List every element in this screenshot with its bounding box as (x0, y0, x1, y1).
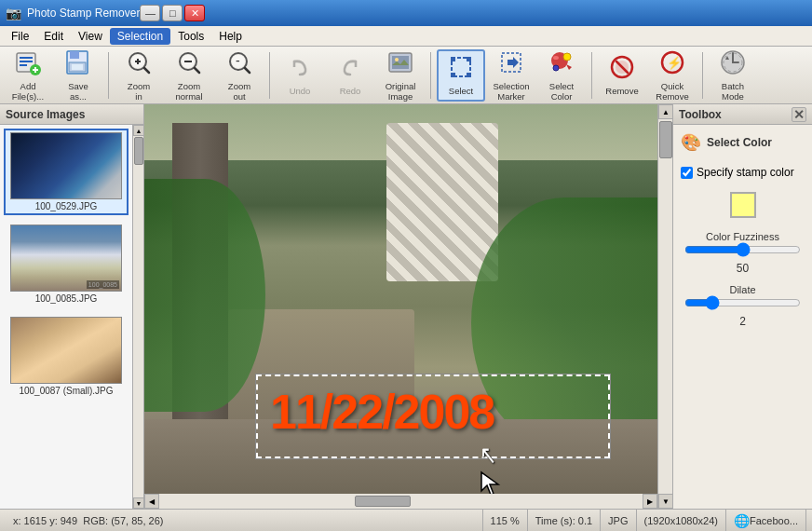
svg-rect-28 (451, 57, 455, 61)
source-label-1: 100_0529.JPG (35, 201, 98, 211)
remove-button[interactable]: Remove (598, 49, 646, 102)
vscroll-thumb[interactable] (659, 121, 672, 158)
quick-remove-label: QuickRemove (656, 81, 688, 102)
menu-item-help[interactable]: Help (211, 28, 250, 45)
selection-marker-button[interactable]: SelectionMarker (487, 49, 535, 102)
redo-icon (337, 54, 363, 84)
menu-item-file[interactable]: File (4, 28, 36, 45)
source-scroll-up[interactable]: ▲ (133, 125, 143, 136)
source-thumb-3 (10, 317, 122, 384)
svg-rect-14 (137, 59, 139, 64)
batch-mode-button[interactable]: BatchMode (709, 49, 757, 102)
svg-rect-29 (467, 57, 471, 61)
main-area: Source Images 100_0529.JPG 100_0085 100 (0, 104, 812, 509)
canvas-area[interactable]: 11/22/2008 ◀ ▶ (144, 104, 657, 509)
menu-item-selection[interactable]: Selection (110, 28, 170, 45)
undo-button[interactable]: Undo (276, 49, 324, 102)
select-color-label: SelectColor (549, 81, 574, 102)
original-image-label: OriginalImage (386, 81, 416, 102)
status-extra: 🌐 Faceboo... (726, 510, 806, 531)
undo-label: Undo (290, 86, 311, 96)
specify-color-label: Specify stamp color (697, 166, 794, 179)
source-item-2[interactable]: 100_0085 100_0085.JPG (4, 221, 129, 307)
canvas-hscrollbar: ◀ ▶ (144, 494, 657, 509)
source-label-3: 100_0087 (Small).JPG (19, 386, 113, 396)
zoom-normal-button[interactable]: Zoomnormal (165, 49, 213, 102)
maximize-button[interactable]: □ (162, 5, 183, 21)
close-button[interactable]: ✕ (184, 5, 205, 21)
undo-icon (287, 54, 313, 84)
status-time: Time (s): 0.1 (528, 510, 601, 531)
quick-remove-button[interactable]: ⚡ QuickRemove (648, 49, 697, 102)
status-zoom-text: 115 % (491, 515, 520, 526)
toolbox-title: Toolbox (679, 108, 722, 121)
source-scroll-thumb[interactable] (134, 137, 143, 165)
hscroll-right[interactable]: ▶ (643, 494, 657, 509)
dilate-value: 2 (681, 315, 805, 328)
batch-mode-icon (720, 49, 746, 79)
zoom-normal-label: Zoomnormal (175, 81, 202, 102)
toolbar: AddFile(s)... Saveas... Zoomin (0, 47, 812, 104)
dilate-slider[interactable] (684, 295, 801, 310)
original-image-button[interactable]: OriginalImage (376, 49, 425, 102)
quick-remove-icon: ⚡ (659, 49, 685, 79)
status-coords: x: 1615 y: 949 RGB: (57, 85, 26) (6, 510, 483, 531)
menu-item-view[interactable]: View (71, 28, 110, 45)
status-resolution-text: (1920x1080x24) (644, 515, 719, 526)
status-zoom: 115 % (483, 510, 528, 531)
svg-text:-: - (236, 53, 240, 68)
status-format-text: JPG (608, 515, 628, 526)
svg-text:⚡: ⚡ (667, 55, 683, 71)
menu-item-edit[interactable]: Edit (36, 28, 71, 45)
vscroll-down[interactable]: ▼ (658, 494, 673, 509)
zoom-in-icon (126, 49, 152, 79)
dilate-slider-container (681, 295, 805, 313)
titlebar: 📷 Photo Stamp Remover — □ ✕ (0, 0, 812, 26)
specify-color-row: Specify stamp color (681, 166, 805, 179)
hscroll-left[interactable]: ◀ (144, 494, 159, 509)
source-panel-title: Source Images (6, 108, 85, 121)
status-time-text: Time (s): 0.1 (535, 515, 592, 526)
person (386, 123, 498, 281)
svg-rect-31 (467, 73, 471, 77)
toolbox-panel: Toolbox ✕ 🎨 Select Color Specify stamp c… (672, 104, 812, 509)
save-as-label: Saveas... (68, 81, 88, 102)
svg-rect-10 (72, 64, 83, 70)
menu-item-tools[interactable]: Tools (170, 28, 211, 45)
add-files-button[interactable]: AddFile(s)... (4, 49, 52, 102)
color-fuzziness-slider[interactable] (684, 242, 801, 257)
select-button[interactable]: Select (437, 49, 485, 102)
color-swatch[interactable] (730, 192, 756, 218)
statusbar: x: 1615 y: 949 RGB: (57, 85, 26) 115 % T… (0, 509, 812, 531)
status-extra-text: Faceboo... (750, 515, 798, 526)
select-icon (448, 54, 474, 84)
svg-rect-8 (70, 51, 79, 59)
svg-rect-30 (451, 73, 455, 77)
save-as-button[interactable]: Saveas... (54, 49, 102, 102)
source-scrollbar: ▲ ▼ (132, 125, 143, 509)
palette-icon: 🎨 (681, 132, 701, 153)
remove-label: Remove (605, 86, 638, 96)
source-scroll-down[interactable]: ▼ (133, 497, 143, 509)
specify-color-checkbox[interactable] (681, 167, 693, 179)
minimize-button[interactable]: — (140, 5, 160, 21)
zoom-out-button[interactable]: - Zoomout (215, 49, 264, 102)
svg-line-23 (245, 68, 250, 73)
toolbox-close-button[interactable]: ✕ (792, 107, 806, 122)
select-color-button[interactable]: SelectColor (537, 49, 586, 102)
source-item-3[interactable]: 100_0087 (Small).JPG (4, 313, 129, 400)
redo-button[interactable]: Redo (326, 49, 374, 102)
source-item-1[interactable]: 100_0529.JPG (4, 129, 129, 215)
status-rgb-text: RGB: (57, 85, 26) (83, 515, 163, 526)
hscroll-track[interactable] (159, 494, 643, 509)
vscroll-up[interactable]: ▲ (658, 104, 673, 119)
selection-marker-label: SelectionMarker (493, 81, 529, 102)
color-fuzziness-slider-container (681, 242, 805, 260)
svg-rect-18 (184, 61, 192, 62)
zoom-in-button[interactable]: Zoomin (115, 49, 163, 102)
svg-line-15 (144, 68, 149, 73)
select-label: Select (449, 86, 473, 96)
hscroll-thumb[interactable] (355, 496, 411, 507)
color-swatch-container (681, 188, 805, 222)
color-fuzziness-value: 50 (681, 262, 805, 275)
